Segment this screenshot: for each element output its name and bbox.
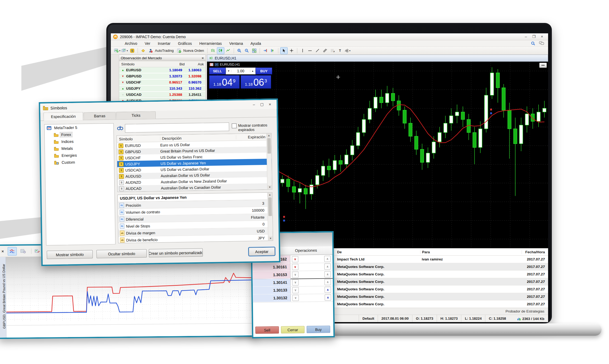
market-watch-row[interactable]: ▲USDJPY110.343110.362 (119, 86, 205, 92)
tree-item-metatrader-5[interactable]: MetaTrader 5 (45, 124, 114, 132)
menu-item-herramientas[interactable]: Herramientas (196, 40, 225, 47)
volume-stepper[interactable]: ▼ 1.00 ▲ (226, 68, 256, 74)
market-watch-row[interactable]: ○USDCAD1.253881.25411 (119, 92, 205, 98)
col-expiration[interactable]: Expiración (236, 134, 271, 139)
profiles-button[interactable]: ▾ (121, 48, 128, 54)
market-watch-close-icon[interactable]: × (202, 56, 204, 60)
tab-especificación[interactable]: Especificación (44, 112, 83, 121)
volume-down-icon[interactable]: ▼ (226, 70, 231, 72)
menu-item-insertar[interactable]: Insertar (154, 40, 174, 47)
tree-item-forex[interactable]: Forex (45, 130, 114, 139)
dom-sell-button[interactable]: Sell (255, 326, 279, 334)
dom-buy-chevron-icon[interactable]: ∧ (325, 294, 331, 300)
dom-buy-chevron-icon[interactable]: ∧ (324, 256, 331, 262)
dom-sell-chevron-icon[interactable]: ∨ (292, 287, 299, 293)
menu-item-gráficos[interactable]: Gráficos (174, 40, 196, 47)
mql5-button[interactable]: S (129, 48, 136, 54)
depth-icon[interactable] (210, 63, 213, 66)
tab-ticks[interactable]: Ticks (116, 111, 156, 119)
candle-chart-type-button[interactable] (217, 47, 224, 54)
tree-item-metals[interactable]: Metals (45, 144, 114, 152)
col-ask[interactable]: Ask (185, 62, 205, 66)
status-profile[interactable]: Default (359, 315, 378, 322)
line-chart-type-button[interactable] (225, 48, 232, 54)
mail-row[interactable]: MetaQuotes Software Corp.2017.07.27 (334, 300, 548, 308)
bar-chart-type-button[interactable] (209, 48, 216, 54)
show-symbol-button[interactable]: Mostrar símbolo (47, 250, 93, 259)
mail-row[interactable]: MetaQuotes Software Corp.2017.07.27 (334, 278, 548, 286)
volume-value[interactable]: 1.00 (231, 69, 250, 73)
dom-buy-chevron-icon[interactable]: ∧ (324, 263, 331, 270)
tab-barras[interactable]: Barras (84, 112, 116, 120)
accept-button[interactable]: Aceptar (249, 247, 275, 256)
dom-close-button[interactable]: Cerrar (281, 326, 304, 333)
dom-sell-chevron-icon[interactable]: ∨ (292, 264, 298, 270)
col-de[interactable]: De (334, 250, 420, 254)
mail-row[interactable]: MetaQuotes Software Corp.2017.07.27 (334, 263, 548, 271)
vertical-line-tool[interactable] (299, 48, 306, 54)
tick-export-button[interactable] (33, 247, 41, 255)
dialog-minimize-button[interactable]: – (250, 102, 258, 107)
new-order-label[interactable]: Nueva Orden (183, 49, 204, 53)
col-simbolo[interactable]: Símbolo (119, 62, 164, 66)
market-button[interactable] (140, 48, 147, 54)
specification-scrollbar[interactable]: ▲ ▼ (267, 192, 273, 240)
autotrading-button[interactable] (147, 48, 154, 54)
mail-row[interactable]: MetaQuotes Software Corp.2017.07.27 (334, 286, 548, 293)
zoom-out-button[interactable] (243, 48, 250, 54)
oneclick-icon[interactable] (215, 63, 218, 66)
dom-buy-chevron-icon[interactable]: ∧ (324, 271, 331, 277)
chart-restore-button[interactable] (539, 63, 547, 68)
mail-row[interactable]: Impact Tech Ltdivan ramirez2017.07.27 (334, 256, 548, 263)
tree-item-energies[interactable]: Energies (45, 151, 114, 159)
trendline-tool[interactable] (314, 48, 321, 54)
text-tool[interactable]: T (337, 48, 343, 54)
dom-sell-chevron-icon[interactable]: ∨ (292, 279, 299, 286)
scroll-down-icon[interactable]: ▼ (267, 185, 272, 189)
tick-close-icon[interactable]: × (2, 249, 4, 254)
dom-buy-chevron-icon[interactable]: ∧ (325, 279, 331, 285)
col-bid[interactable]: Bid (164, 62, 185, 66)
dom-sell-chevron-icon[interactable]: ∨ (292, 256, 298, 262)
dom-sell-chevron-icon[interactable]: ∨ (292, 295, 299, 301)
market-watch-row[interactable]: ▲EURUSD1.180491.18063 (119, 67, 205, 73)
tile-windows-button[interactable] (251, 48, 258, 54)
crosshair-tool-button[interactable] (288, 48, 295, 54)
symbol-table-scrollbar[interactable]: ▲ ▼ (266, 133, 272, 189)
menu-item-ventana[interactable]: Ventana (225, 40, 247, 47)
menu-item-ver[interactable]: Ver (141, 40, 154, 47)
col-para[interactable]: Para (420, 250, 522, 254)
symbol-search-input[interactable] (125, 122, 229, 133)
tree-item-indices[interactable]: Indices (45, 137, 114, 145)
dom-buy-chevron-icon[interactable]: ∧ (325, 287, 331, 293)
buy-price-tile[interactable]: 1.18 06 3 (241, 75, 271, 89)
scroll-up-icon[interactable]: ▲ (267, 133, 271, 137)
dialog-close-button[interactable]: × (266, 102, 274, 107)
search-icon[interactable] (531, 41, 535, 46)
dialog-maximize-button[interactable]: ▢ (258, 102, 266, 107)
scroll-up-icon[interactable]: ▲ (268, 192, 272, 197)
buy-button[interactable]: BUY (256, 68, 272, 74)
col-fecha[interactable]: Fecha/Hora (522, 250, 548, 254)
tick-chart-mode-button[interactable] (7, 247, 17, 255)
cursor-tool-button[interactable] (280, 47, 288, 54)
chart-tab[interactable]: EURUSD,H1 (207, 55, 548, 62)
scroll-down-icon[interactable]: ▼ (268, 236, 273, 240)
hide-symbol-button[interactable]: Ocultar símbolo (96, 249, 147, 258)
minimize-button[interactable]: – (522, 34, 530, 39)
dom-sell-chevron-icon[interactable]: ∨ (292, 272, 298, 278)
dom-buy-button[interactable]: Buy (307, 326, 330, 333)
market-watch-row[interactable]: ▼GBPUSD1.320731.32098 (119, 73, 205, 80)
shift-chart-button[interactable] (262, 48, 269, 54)
sell-price-tile[interactable]: 1.18 04 9 (209, 75, 240, 89)
chat-icon[interactable] (539, 41, 544, 45)
market-watch-row[interactable]: ▼USDCHF0.965170.96570 (119, 80, 205, 86)
tick-table-button[interactable] (19, 247, 27, 255)
tick-vertical-tab[interactable]: GBPUSD, Great Britain Pound vs US Dollar (0, 257, 7, 338)
shapes-tool[interactable]: ▾ (344, 48, 351, 54)
tree-item-custom[interactable]: Custom (45, 158, 114, 166)
auto-scroll-button[interactable] (269, 48, 276, 54)
volume-up-icon[interactable]: ▲ (250, 70, 255, 72)
col-description[interactable]: Descripción (160, 135, 236, 140)
menu-item-archivo[interactable]: Archivo (121, 40, 141, 47)
